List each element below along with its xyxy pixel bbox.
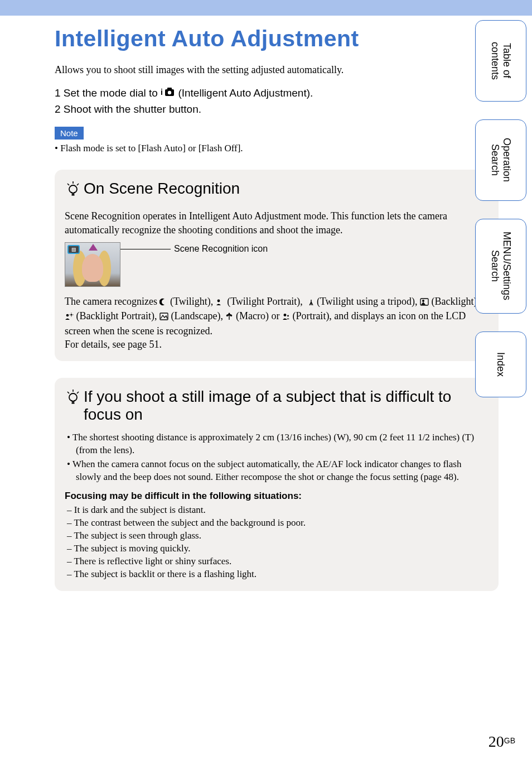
tab-operation-search[interactable]: OperationSearch: [475, 119, 526, 201]
scene-thumbnail: ▧: [65, 242, 120, 287]
svg-line-6: [77, 184, 79, 185]
list-item: The contrast between the subject and the…: [67, 517, 489, 530]
svg-point-26: [283, 314, 286, 316]
steps-block: 1 Set the mode dial to i (Intelligent Au…: [55, 87, 499, 116]
p2-bl: (Backlight),: [432, 296, 480, 307]
scene-icon-label: Scene Recognition icon: [174, 244, 268, 254]
svg-point-7: [69, 185, 77, 193]
tip1-p3: For details, see page 51.: [65, 338, 489, 351]
list-item: When the camera cannot focus on the subj…: [67, 458, 489, 484]
tab-op-label: OperationSearch: [489, 138, 512, 182]
p2-a: The camera recognizes: [65, 296, 159, 307]
tip-focus: If you shoot a still image of a subject …: [55, 378, 499, 590]
svg-point-16: [66, 314, 69, 317]
svg-rect-2: [167, 88, 172, 90]
svg-point-15: [422, 300, 424, 302]
svg-line-5: [67, 184, 69, 185]
list-item: The subject is backlit or there is a fla…: [67, 568, 489, 581]
step-1-suffix: (Intelligent Auto Adjustment).: [178, 87, 313, 99]
tip2-heading: If you shoot a still image of a subject …: [65, 388, 489, 424]
step-2: 2 Shoot with the shutter button.: [55, 103, 499, 116]
p2-tt: (Twilight using a tripod),: [317, 296, 420, 307]
note-item: Flash mode is set to [Flash Auto] or [Fl…: [55, 143, 499, 154]
list-item: The subject is moving quickly.: [67, 542, 489, 555]
svg-point-27: [287, 315, 289, 317]
note-label: Note: [55, 127, 84, 140]
svg-text:i: i: [161, 88, 163, 97]
focus-situations-heading: Focusing may be difficult in the followi…: [65, 491, 489, 502]
tip1-p2: The camera recognizes (Twilight), (Twili…: [65, 295, 489, 338]
svg-point-9: [217, 300, 220, 302]
p2-mc: (Macro) or: [236, 310, 282, 321]
landscape-icon: [159, 310, 168, 324]
lightbulb-icon: [65, 181, 81, 201]
svg-point-31: [69, 393, 77, 401]
tab-menu-label: MENU/SettingsSearch: [489, 232, 512, 300]
backlight-icon: [420, 296, 429, 309]
svg-line-30: [77, 392, 79, 393]
tip2-heading-text: If you shoot a still image of a subject …: [84, 388, 489, 424]
tab-menu-settings[interactable]: MENU/SettingsSearch: [475, 219, 526, 314]
scene-image-row: ▧ Scene Recognition icon: [65, 242, 489, 287]
page-number: 20GB: [489, 733, 515, 751]
twilight-portrait-icon: [216, 296, 225, 309]
tip-scene-recognition: On Scene Recognition Scene Recognition o…: [55, 170, 499, 361]
p2-ls: (Landscape),: [171, 310, 225, 321]
list-item: The subject is seen through glass.: [67, 530, 489, 542]
page-content: Intelligent Auto Adjustment Allows you t…: [0, 16, 532, 591]
macro-icon: [225, 310, 233, 324]
svg-rect-8: [72, 194, 75, 196]
p2-tp: (Twilight Portrait),: [227, 296, 305, 307]
intelligent-auto-icon: i: [161, 87, 175, 100]
p2-tw: (Twilight),: [170, 296, 216, 307]
leader-line: [120, 249, 171, 249]
step-1-prefix: 1 Set the mode dial to: [55, 87, 161, 99]
twilight-tripod-icon: [305, 296, 314, 309]
side-tabs: Table ofcontents OperationSearch MENU/Se…: [475, 20, 526, 397]
tip1-heading-text: On Scene Recognition: [84, 180, 240, 198]
svg-rect-32: [72, 402, 75, 404]
page-number-suffix: GB: [504, 736, 515, 745]
focus-situations-list: It is dark and the subject is distant. T…: [65, 504, 489, 581]
svg-point-17: [70, 314, 72, 316]
lightbulb-icon: [65, 389, 81, 410]
svg-point-25: [229, 313, 230, 316]
svg-point-3: [168, 91, 171, 94]
portrait-icon: [282, 310, 290, 324]
tab-toc-label: Table ofcontents: [489, 42, 512, 80]
tab-index-label: Index: [495, 352, 507, 377]
list-item: There is reflective light or shiny surfa…: [67, 555, 489, 568]
list-item: It is dark and the subject is distant.: [67, 504, 489, 517]
header-band: [0, 0, 532, 16]
twilight-icon: [159, 296, 167, 309]
list-item: The shortest shooting distance is approx…: [67, 431, 489, 457]
tip1-p1: Scene Recognition operates in Intelligen…: [65, 209, 489, 237]
page-number-value: 20: [489, 733, 504, 750]
tab-index[interactable]: Index: [475, 331, 526, 397]
intro-text: Allows you to shoot still images with th…: [55, 64, 499, 76]
tip1-heading: On Scene Recognition: [65, 180, 489, 201]
p2-bp: (Backlight Portrait),: [76, 310, 159, 321]
backlight-portrait-icon: [65, 310, 74, 324]
svg-line-29: [67, 392, 69, 393]
tab-toc[interactable]: Table ofcontents: [475, 20, 526, 102]
step-1: 1 Set the mode dial to i (Intelligent Au…: [55, 87, 499, 100]
page-title: Intelligent Auto Adjustment: [55, 26, 499, 52]
tip2-bullets: The shortest shooting distance is approx…: [65, 431, 489, 484]
